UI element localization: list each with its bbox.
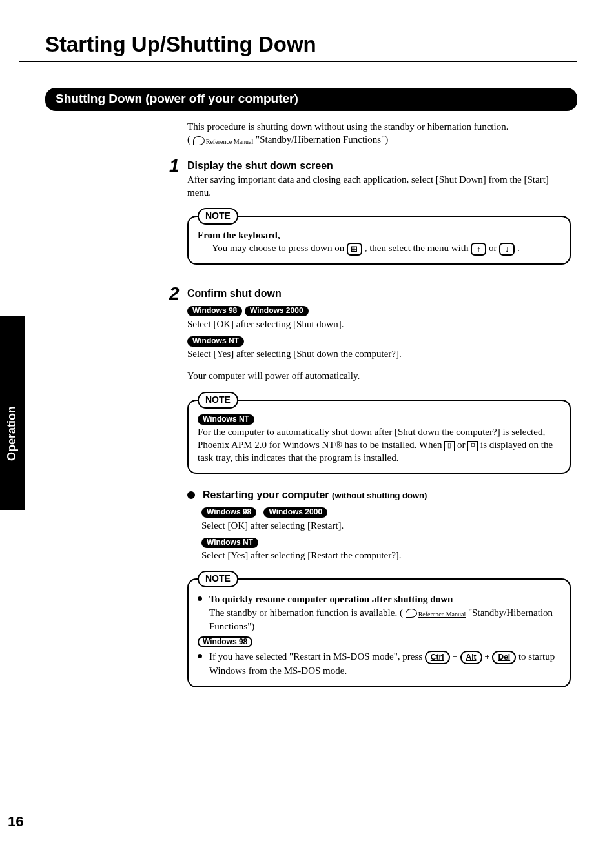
os-badge-win2000: Windows 2000 bbox=[245, 306, 309, 316]
note-3-bullet-2: If you have selected "Restart in MS-DOS … bbox=[198, 650, 560, 677]
os-badge-winnt: Windows NT bbox=[187, 336, 244, 347]
restart-header: Restarting your computer (without shutti… bbox=[187, 488, 571, 502]
bullet-dot-icon bbox=[187, 491, 195, 499]
restart-line1: Select [OK] after selecting [Restart]. bbox=[187, 519, 571, 532]
note-box-2: NOTE Windows NT For the computer to auto… bbox=[187, 400, 571, 474]
note-box-1: NOTE From the keyboard, You may choose t… bbox=[187, 216, 571, 265]
step-1-body: After saving important data and closing … bbox=[187, 173, 571, 199]
step-2-line3: Your computer will power off automatical… bbox=[187, 369, 571, 382]
os-badge-win98-outline: Windows 98 bbox=[198, 636, 252, 647]
note-box-3: NOTE To quickly resume computer operatio… bbox=[187, 578, 571, 687]
section-header: Shutting Down (power off your computer) bbox=[45, 88, 577, 111]
intro-line1: This procedure is shutting down without … bbox=[187, 121, 508, 132]
step-1: 1 Display the shut down screen After sav… bbox=[187, 159, 571, 199]
os-badge-win2000-2: Windows 2000 bbox=[263, 507, 327, 518]
windows-key-icon: ⊞ bbox=[347, 243, 362, 256]
note-1-line1: From the keyboard, bbox=[198, 229, 560, 241]
alt-key-icon: Alt bbox=[460, 651, 482, 664]
note-2-body: For the computer to automatically shut d… bbox=[198, 425, 560, 465]
os-badge-winnt-3: Windows NT bbox=[201, 538, 258, 548]
step-2-title: Confirm shut down bbox=[187, 287, 571, 301]
note-3-label: NOTE bbox=[198, 571, 238, 587]
note-1-label: NOTE bbox=[198, 208, 238, 225]
apm-tray-icon-1: ▯ bbox=[444, 441, 455, 451]
title-underline bbox=[19, 61, 577, 62]
step-2-line1: Select [OK] after selecting [Shut down]. bbox=[187, 318, 571, 331]
intro-open-paren: ( bbox=[187, 134, 190, 145]
side-tab: Operation bbox=[0, 316, 25, 510]
step-2: 2 Confirm shut down Windows 98 Windows 2… bbox=[187, 287, 571, 383]
step-1-number: 1 bbox=[169, 154, 180, 178]
step-2-line2: Select [Yes] after selecting [Shut down … bbox=[187, 347, 571, 360]
reference-manual-icon: Reference Manual bbox=[193, 134, 254, 147]
os-badge-winnt-2: Windows NT bbox=[198, 414, 254, 425]
restart-line2: Select [Yes] after selecting [Restart th… bbox=[187, 549, 571, 562]
step-1-title: Display the shut down screen bbox=[187, 159, 571, 173]
del-key-icon: Del bbox=[492, 651, 516, 664]
note-1-line2: You may choose to press down on ⊞ , then… bbox=[198, 241, 560, 256]
note-3-bullet-1-title: To quickly resume computer operation aft… bbox=[209, 594, 453, 604]
note-3-bullet-1: To quickly resume computer operation aft… bbox=[198, 593, 560, 633]
os-badge-win98: Windows 98 bbox=[187, 306, 242, 316]
restart-subtitle: (without shutting down) bbox=[332, 491, 427, 500]
side-tab-label: Operation bbox=[5, 406, 19, 461]
apm-tray-icon-2: ⚙ bbox=[467, 441, 478, 451]
page-title: Starting Up/Shutting Down bbox=[45, 32, 577, 57]
intro-paragraph: This procedure is shutting down without … bbox=[187, 120, 571, 147]
step-2-number: 2 bbox=[169, 281, 180, 306]
down-arrow-key-icon: ↓ bbox=[499, 243, 515, 256]
ctrl-key-icon: Ctrl bbox=[425, 651, 450, 664]
reference-manual-icon-2: Reference Manual bbox=[406, 607, 466, 620]
restart-title: Restarting your computer bbox=[203, 489, 329, 500]
up-arrow-key-icon: ↑ bbox=[471, 243, 486, 256]
intro-ref-text: "Standby/Hibernation Functions") bbox=[256, 134, 388, 145]
note-2-label: NOTE bbox=[198, 392, 238, 409]
os-badge-win98-2: Windows 98 bbox=[201, 507, 256, 518]
page-number: 16 bbox=[8, 813, 23, 830]
